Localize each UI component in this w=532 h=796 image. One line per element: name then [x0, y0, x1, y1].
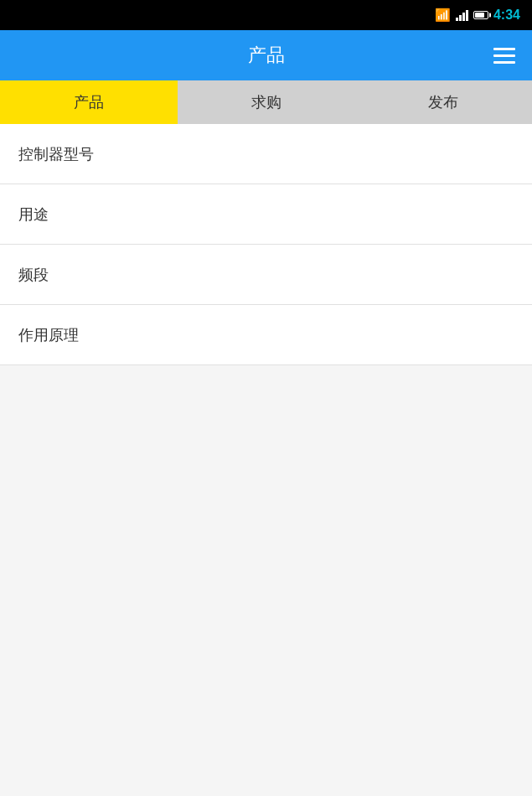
list-item-principle[interactable]: 作用原理: [0, 305, 532, 365]
menu-line-2: [493, 54, 515, 57]
list-item-controller-model[interactable]: 控制器型号: [0, 124, 532, 184]
status-time: 4:34: [493, 8, 520, 23]
menu-button[interactable]: [490, 44, 519, 67]
tab-purchase[interactable]: 求购: [178, 80, 355, 124]
tab-purchase-label: 求购: [251, 92, 281, 112]
toolbar-title: 产品: [42, 43, 490, 68]
list-item-purpose-label: 用途: [18, 204, 49, 225]
content-area: [0, 365, 532, 796]
menu-line-1: [493, 48, 515, 50]
tab-publish-label: 发布: [428, 92, 458, 112]
status-bar: 📶 4:34: [0, 0, 532, 30]
tab-bar: 产品 求购 发布: [0, 80, 532, 124]
list-container: 控制器型号 用途 频段 作用原理: [0, 124, 532, 365]
signal-icon: [456, 9, 468, 21]
list-item-principle-label: 作用原理: [18, 325, 79, 345]
tab-publish[interactable]: 发布: [354, 80, 532, 124]
wifi-icon: 📶: [435, 8, 451, 23]
status-icons: 📶 4:34: [435, 8, 520, 23]
battery-icon: [473, 11, 488, 19]
list-item-controller-model-label: 控制器型号: [18, 144, 94, 164]
toolbar: 产品: [0, 30, 532, 80]
list-item-purpose[interactable]: 用途: [0, 184, 532, 245]
menu-line-3: [493, 61, 515, 64]
tab-products[interactable]: 产品: [0, 80, 178, 124]
list-item-frequency-label: 频段: [18, 265, 49, 285]
list-item-frequency[interactable]: 频段: [0, 245, 532, 305]
tab-products-label: 产品: [74, 92, 104, 112]
